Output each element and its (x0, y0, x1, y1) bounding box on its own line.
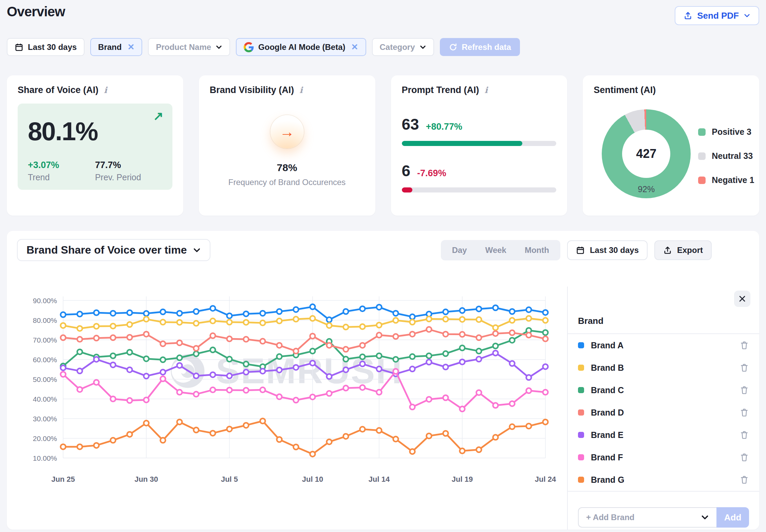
close-panel-button[interactable] (734, 291, 750, 307)
svg-text:Jul 5: Jul 5 (221, 475, 238, 483)
info-icon[interactable]: i (299, 85, 303, 95)
brand-color-swatch (578, 342, 584, 348)
brand-name: Brand G (591, 475, 624, 485)
share-of-voice-panel: ↗ 80.1% +3.07% Trend 77.7% Prev. Period (18, 104, 172, 190)
trend-up-arrow-icon: ↗ (153, 109, 164, 123)
brand-row[interactable]: Brand C (568, 379, 759, 401)
send-pdf-button[interactable]: Send PDF (675, 6, 759, 25)
brand-visibility-value: 78% (210, 162, 365, 173)
prompt-down-count: 6 (402, 162, 411, 180)
brand-color-swatch (578, 365, 584, 371)
legend-label: Neutral 33 (712, 151, 753, 161)
info-icon[interactable]: i (485, 85, 488, 95)
date-range-filter[interactable]: Last 30 days (7, 38, 85, 56)
chevron-down-icon (216, 44, 222, 51)
delete-brand-button[interactable] (740, 453, 749, 462)
refresh-data-button[interactable]: Refresh data (440, 38, 520, 56)
delete-brand-button[interactable] (740, 363, 749, 372)
chart-date-range-label: Last 30 days (590, 245, 639, 255)
sentiment-legend-item: Positive 3 (698, 127, 754, 137)
category-filter[interactable]: Category (372, 38, 434, 56)
ai-mode-filter-chip[interactable]: Google AI Mode (Beta) ✕ (236, 38, 366, 56)
delete-brand-button[interactable] (740, 408, 749, 417)
prompt-trend-card: Prompt Trend (AI) i 63 +80.77% 6 -7.69% (391, 75, 567, 216)
share-of-voice-line-chart[interactable]: 10.00%20.00%30.00%40.00%50.00%60.00%70.0… (7, 231, 575, 527)
brand-visibility-card: Brand Visibility (AI) i → 78% Frequency … (199, 75, 375, 216)
add-brand-button[interactable]: Add (716, 507, 749, 528)
info-icon[interactable]: i (104, 85, 107, 95)
brand-name: Brand C (591, 385, 624, 395)
calendar-icon (576, 246, 585, 255)
add-brand-select[interactable]: + Add Brand (578, 507, 716, 528)
brand-row[interactable]: Brand E (568, 424, 759, 446)
chevron-down-icon (744, 12, 750, 19)
send-pdf-label: Send PDF (697, 11, 739, 21)
trash-icon (740, 475, 749, 484)
svg-text:Jul 19: Jul 19 (452, 475, 473, 483)
trash-icon (740, 385, 749, 395)
sentiment-title-row: Sentiment (AI) (594, 85, 748, 95)
arrow-right-circle-icon[interactable]: → (270, 115, 304, 148)
brand-row[interactable]: Brand G (568, 469, 759, 491)
svg-text:10.00%: 10.00% (33, 454, 57, 462)
export-label: Export (677, 245, 703, 255)
delete-brand-button[interactable] (740, 475, 749, 484)
svg-text:60.00%: 60.00% (33, 356, 57, 364)
delete-brand-button[interactable] (740, 341, 749, 350)
date-range-label: Last 30 days (28, 42, 77, 52)
close-icon (738, 295, 746, 303)
prompt-trend-title: Prompt Trend (AI) (402, 85, 479, 95)
filter-bar: Last 30 days Brand ✕ Product Name Google… (7, 38, 520, 56)
share-of-voice-value: 80.1% (28, 116, 162, 146)
product-name-filter[interactable]: Product Name (148, 38, 230, 56)
brand-color-swatch (578, 432, 584, 438)
svg-text:80.00%: 80.00% (33, 316, 57, 324)
svg-text:Jul 14: Jul 14 (369, 475, 390, 483)
add-brand-placeholder: + Add Brand (586, 513, 634, 522)
brand-visibility-caption: Frequency of Brand Occurences (210, 178, 365, 187)
remove-brand-filter-icon[interactable]: ✕ (127, 42, 134, 52)
divider (568, 491, 759, 492)
brand-color-swatch (578, 477, 584, 483)
brand-filter-chip[interactable]: Brand ✕ (90, 38, 142, 56)
svg-text:Jul 24: Jul 24 (535, 475, 556, 483)
brand-visibility-title-row: Brand Visibility (AI) i (210, 85, 365, 95)
prompt-up-pct: +80.77% (426, 122, 462, 132)
remove-ai-mode-filter-icon[interactable]: ✕ (351, 42, 358, 52)
export-button[interactable]: Export (654, 240, 712, 260)
delete-brand-button[interactable] (740, 430, 749, 440)
brand-name: Brand F (591, 453, 623, 462)
svg-text:Jul 10: Jul 10 (302, 475, 323, 483)
product-name-label: Product Name (156, 42, 211, 52)
trash-icon (740, 363, 749, 372)
upload-icon (684, 11, 692, 20)
refresh-icon (449, 43, 457, 52)
prev-period-value: 77.7% (95, 160, 162, 170)
legend-color-swatch (698, 152, 706, 160)
sentiment-legend: Positive 3Neutral 33Negative 1 (698, 127, 754, 185)
brand-row[interactable]: Brand B (568, 356, 759, 379)
delete-brand-button[interactable] (740, 385, 749, 395)
share-of-voice-card: Share of Voice (AI) i ↗ 80.1% +3.07% Tre… (7, 75, 183, 216)
trash-icon (740, 408, 749, 417)
page-title: Overview (7, 4, 65, 19)
brand-row[interactable]: Brand D (568, 401, 759, 424)
chevron-down-icon (419, 44, 426, 51)
calendar-icon (15, 43, 23, 52)
trend-value: +3.07% (28, 160, 95, 170)
refresh-data-label: Refresh data (462, 42, 511, 52)
sentiment-ring-label: 92% (602, 184, 691, 194)
sentiment-donut-chart[interactable]: 427 92% (602, 109, 691, 198)
brand-name: Brand A (591, 341, 623, 350)
upload-icon (663, 246, 672, 255)
chevron-down-icon (701, 513, 709, 521)
svg-text:30.00%: 30.00% (33, 415, 57, 423)
prompt-trend-title-row: Prompt Trend (AI) i (402, 85, 557, 95)
brand-row[interactable]: Brand F (568, 446, 759, 469)
brand-row[interactable]: Brand A (568, 334, 759, 356)
chart-date-range-button[interactable]: Last 30 days (567, 240, 648, 260)
trash-icon (740, 430, 749, 440)
prompt-down-pct: -7.69% (417, 168, 446, 179)
brand-name: Brand E (591, 430, 623, 440)
sentiment-card: Sentiment (AI) 427 92% Positive 3Neutral… (583, 75, 759, 216)
